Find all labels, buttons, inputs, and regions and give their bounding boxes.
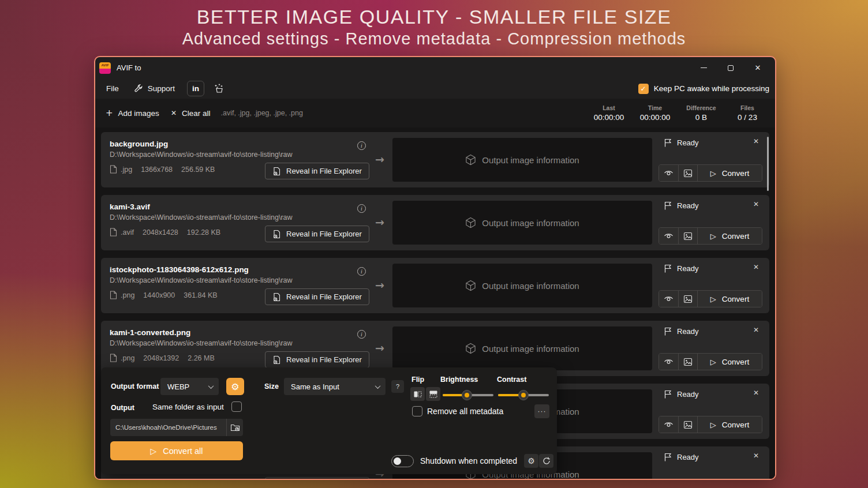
scrollbar[interactable]: [767, 137, 769, 191]
settings-panel: Output format WEBP ⚙ Output Same folder …: [101, 367, 557, 474]
contrast-slider[interactable]: [498, 390, 549, 400]
flip-vertical-button[interactable]: [426, 387, 440, 401]
row-actions: ▷ Convert: [659, 416, 762, 433]
desktop: { "banner": { "line1": "BETTER IMAGE QUA…: [0, 0, 868, 488]
reveal-file-icon: [272, 355, 281, 365]
output-path-field[interactable]: C:\Users\khoah\OneDrive\Pictures: [110, 419, 243, 436]
file-name: kami-3.avif: [110, 202, 150, 211]
preview-button[interactable]: [659, 416, 679, 433]
file-dimensions: 2048x1392: [143, 354, 179, 362]
preview-button[interactable]: [659, 291, 679, 307]
view-image-button[interactable]: [679, 165, 698, 181]
shutdown-toggle[interactable]: [391, 455, 414, 467]
preview-button[interactable]: [659, 228, 679, 244]
preview-button[interactable]: [659, 354, 679, 370]
view-image-button[interactable]: [679, 291, 698, 307]
shutdown-label: Shutdown when completed: [420, 456, 517, 466]
keep-awake-checkbox[interactable]: ✓: [638, 84, 649, 94]
same-folder-checkbox[interactable]: [231, 401, 242, 412]
flag-icon: [664, 327, 672, 336]
flip-buttons: [410, 387, 440, 401]
cube-icon: [465, 154, 476, 166]
toolbar: + Add images ✕ Clear all .avif, .jpg, .j…: [95, 99, 775, 127]
preview-button[interactable]: [659, 165, 679, 181]
metadata-more-button[interactable]: ···: [534, 404, 549, 418]
close-button[interactable]: ✕: [754, 64, 762, 72]
output-path-value: C:\Users\khoah\OneDrive\Pictures: [110, 424, 226, 431]
remove-row-button[interactable]: ✕: [751, 451, 761, 461]
info-icon[interactable]: i: [357, 330, 366, 339]
info-icon[interactable]: i: [357, 204, 366, 213]
image-icon: [683, 421, 693, 429]
remove-row-button[interactable]: ✕: [751, 325, 761, 335]
info-icon[interactable]: i: [357, 267, 366, 276]
file-row: background.jpg D:\Workspace\Windows\io-s…: [101, 132, 769, 187]
remove-row-button[interactable]: ✕: [751, 388, 761, 398]
file-path: D:\Workspace\Windows\io-stream\avif-to\s…: [110, 151, 293, 159]
clear-all-button[interactable]: ✕ Clear all: [165, 106, 216, 121]
status-text: Ready: [677, 264, 699, 273]
chevron-down-icon: [208, 383, 214, 389]
slider-thumb[interactable]: [518, 390, 529, 400]
convert-button[interactable]: ▷ Convert: [698, 291, 762, 307]
remove-row-button[interactable]: ✕: [751, 199, 761, 209]
supported-extensions: .avif, .jpg, .jpeg, .jpe, .png: [220, 109, 302, 117]
format-settings-button[interactable]: ⚙: [226, 378, 244, 395]
reveal-in-explorer-button[interactable]: Reveal in File Explorer: [265, 226, 369, 242]
reveal-in-explorer-button[interactable]: Reveal in File Explorer: [265, 163, 369, 179]
contrast-label: Contrast: [497, 376, 526, 384]
convert-button[interactable]: ▷ Convert: [698, 416, 762, 433]
menu-support[interactable]: Support: [128, 81, 181, 96]
folder-open-icon: [230, 423, 240, 432]
image-icon: [683, 232, 693, 241]
reveal-file-icon: [272, 167, 281, 176]
remove-metadata-checkbox[interactable]: [412, 406, 422, 416]
view-image-button[interactable]: [679, 354, 698, 370]
play-icon: ▷: [710, 295, 716, 303]
browse-folder-button[interactable]: [226, 419, 243, 436]
reveal-in-explorer-button[interactable]: Reveal in File Explorer: [265, 477, 369, 479]
banner-line2: Advanced settings - Remove metadata - Co…: [0, 28, 868, 49]
eye-icon: [664, 421, 674, 429]
flip-horizontal-button[interactable]: [410, 387, 425, 401]
gift-box-button[interactable]: [210, 81, 227, 96]
arrow-right-icon: →: [375, 216, 384, 228]
keep-awake-setting[interactable]: ✓ Keep PC awake while processing: [638, 84, 770, 94]
plus-icon: +: [106, 108, 113, 118]
window-title: AVIF to: [117, 63, 141, 72]
linkedin-button[interactable]: in: [187, 81, 204, 96]
size-help-button[interactable]: ?: [391, 380, 404, 393]
status-text: Ready: [677, 453, 699, 461]
slider-thumb[interactable]: [462, 390, 472, 400]
flag-icon: [664, 201, 672, 210]
convert-button[interactable]: ▷ Convert: [698, 228, 762, 244]
reveal-in-explorer-button[interactable]: Reveal in File Explorer: [265, 351, 369, 368]
add-images-button[interactable]: + Add images: [100, 104, 165, 122]
convert-all-button[interactable]: ▷ Convert all: [110, 441, 243, 460]
banner-line1: BETTER IMAGE QUALITY - SMALLER FILE SIZE: [0, 5, 868, 28]
output-format-select[interactable]: WEBP: [160, 378, 219, 395]
remove-row-button[interactable]: ✕: [751, 136, 761, 147]
file-name: kami-1-converted.png: [110, 328, 190, 337]
status-text: Ready: [677, 201, 699, 210]
view-image-button[interactable]: [679, 416, 698, 433]
view-image-button[interactable]: [679, 228, 698, 244]
remove-row-button[interactable]: ✕: [751, 262, 761, 272]
info-icon[interactable]: i: [357, 141, 366, 150]
convert-button[interactable]: ▷ Convert: [698, 354, 762, 370]
status-badge: Ready: [664, 327, 699, 336]
refresh-button[interactable]: [539, 454, 553, 468]
status-badge: Ready: [664, 264, 699, 273]
shutdown-settings-button[interactable]: ⚙: [524, 454, 538, 468]
reveal-file-icon: [272, 230, 281, 239]
reveal-in-explorer-button[interactable]: Reveal in File Explorer: [265, 288, 369, 305]
maximize-button[interactable]: [727, 64, 735, 72]
size-select[interactable]: Same as Input: [284, 378, 386, 395]
file-dimensions: 2048x1428: [143, 228, 178, 237]
document-icon: [110, 165, 117, 174]
menu-file[interactable]: File: [100, 81, 125, 96]
file-name: background.jpg: [110, 140, 168, 148]
convert-button[interactable]: ▷ Convert: [698, 165, 762, 181]
brightness-slider[interactable]: [443, 390, 493, 400]
minimize-button[interactable]: [699, 64, 708, 72]
